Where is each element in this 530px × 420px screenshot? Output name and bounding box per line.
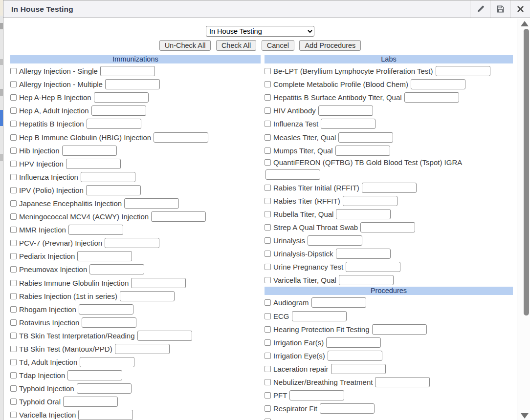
- item-value-input[interactable]: [338, 132, 393, 143]
- item-checkbox[interactable]: [10, 227, 17, 233]
- item-checkbox[interactable]: [10, 359, 17, 365]
- item-checkbox[interactable]: [265, 198, 271, 204]
- item-checkbox[interactable]: [10, 200, 17, 207]
- item-checkbox[interactable]: [265, 379, 271, 385]
- item-checkbox[interactable]: [10, 174, 17, 180]
- item-checkbox[interactable]: [265, 339, 271, 346]
- item-checkbox[interactable]: [10, 147, 17, 154]
- add-procedures-button[interactable]: Add Procedures: [299, 40, 361, 51]
- item-checkbox[interactable]: [265, 81, 271, 87]
- item-checkbox[interactable]: [265, 277, 271, 283]
- item-value-input[interactable]: [66, 159, 121, 169]
- item-checkbox[interactable]: [10, 306, 17, 313]
- item-value-input[interactable]: [105, 79, 160, 89]
- item-checkbox[interactable]: [10, 240, 17, 246]
- item-checkbox[interactable]: [10, 280, 17, 286]
- item-value-input[interactable]: [320, 403, 375, 414]
- item-value-input[interactable]: [318, 105, 373, 116]
- item-checkbox[interactable]: [10, 293, 17, 299]
- item-value-input[interactable]: [292, 311, 347, 321]
- item-value-input[interactable]: [362, 183, 417, 193]
- item-checkbox[interactable]: [10, 121, 17, 127]
- item-checkbox[interactable]: [10, 94, 17, 101]
- item-checkbox[interactable]: [10, 107, 17, 114]
- item-checkbox[interactable]: [10, 253, 17, 259]
- item-checkbox[interactable]: [265, 237, 271, 244]
- item-value-input[interactable]: [436, 66, 490, 76]
- item-checkbox[interactable]: [265, 405, 271, 412]
- item-value-input[interactable]: [120, 291, 175, 301]
- item-checkbox[interactable]: [10, 346, 17, 352]
- item-value-input[interactable]: [336, 249, 391, 259]
- item-value-input[interactable]: [100, 66, 155, 76]
- item-value-input[interactable]: [115, 344, 170, 354]
- item-checkbox[interactable]: [265, 107, 271, 114]
- uncheck-all-button[interactable]: Un-Check All: [159, 40, 211, 51]
- item-checkbox[interactable]: [10, 333, 17, 339]
- item-value-input[interactable]: [346, 262, 400, 272]
- item-value-input[interactable]: [154, 132, 208, 143]
- item-checkbox[interactable]: [10, 319, 17, 326]
- test-group-select[interactable]: In House Testing: [206, 26, 314, 37]
- item-value-input[interactable]: [67, 370, 122, 380]
- item-value-input[interactable]: [321, 119, 375, 129]
- item-checkbox[interactable]: [265, 392, 271, 399]
- save-button[interactable]: [490, 0, 510, 18]
- item-checkbox[interactable]: [265, 68, 271, 74]
- item-checkbox[interactable]: [10, 213, 17, 220]
- item-checkbox[interactable]: [265, 264, 271, 270]
- item-value-input[interactable]: [328, 351, 382, 361]
- check-all-button[interactable]: Check All: [216, 40, 256, 51]
- item-value-input[interactable]: [77, 251, 132, 261]
- item-checkbox[interactable]: [10, 187, 17, 193]
- item-checkbox[interactable]: [10, 399, 17, 405]
- item-checkbox[interactable]: [265, 299, 271, 306]
- item-value-input[interactable]: [68, 225, 123, 235]
- item-checkbox[interactable]: [10, 266, 17, 273]
- item-value-input[interactable]: [265, 169, 320, 180]
- item-value-input[interactable]: [331, 364, 386, 374]
- item-checkbox[interactable]: [10, 372, 17, 378]
- item-value-input[interactable]: [339, 275, 394, 285]
- edit-button[interactable]: [470, 0, 490, 18]
- item-value-input[interactable]: [62, 146, 117, 156]
- close-button[interactable]: [510, 0, 530, 18]
- item-value-input[interactable]: [81, 172, 135, 182]
- item-value-input[interactable]: [308, 235, 362, 246]
- scroll-up-arrow[interactable]: [521, 21, 529, 26]
- scrollbar-thumb[interactable]: [524, 29, 529, 315]
- item-checkbox[interactable]: [265, 224, 271, 231]
- item-checkbox[interactable]: [265, 326, 271, 333]
- item-checkbox[interactable]: [265, 121, 271, 127]
- item-checkbox[interactable]: [10, 161, 17, 167]
- item-checkbox[interactable]: [265, 353, 271, 359]
- item-checkbox[interactable]: [265, 251, 271, 257]
- item-value-input[interactable]: [311, 297, 366, 308]
- item-value-input[interactable]: [372, 324, 427, 335]
- item-value-input[interactable]: [94, 92, 149, 103]
- item-value-input[interactable]: [151, 211, 206, 222]
- item-checkbox[interactable]: [265, 211, 271, 217]
- item-value-input[interactable]: [375, 377, 430, 387]
- scroll-down-arrow[interactable]: [521, 413, 529, 419]
- item-value-input[interactable]: [105, 238, 159, 248]
- item-value-input[interactable]: [360, 222, 415, 232]
- cancel-button[interactable]: Cancel: [262, 40, 294, 51]
- item-value-input[interactable]: [82, 317, 136, 328]
- item-value-input[interactable]: [343, 196, 398, 206]
- item-value-input[interactable]: [78, 410, 133, 420]
- item-value-input[interactable]: [137, 331, 192, 341]
- item-value-input[interactable]: [289, 390, 344, 400]
- item-value-input[interactable]: [63, 397, 118, 407]
- item-checkbox[interactable]: [265, 134, 271, 141]
- item-checkbox[interactable]: [265, 313, 271, 319]
- item-checkbox[interactable]: [10, 385, 17, 392]
- item-checkbox[interactable]: [10, 68, 17, 74]
- item-value-input[interactable]: [404, 92, 459, 103]
- item-checkbox[interactable]: [10, 134, 17, 141]
- item-value-input[interactable]: [411, 79, 465, 89]
- item-checkbox[interactable]: [10, 412, 17, 418]
- item-value-input[interactable]: [79, 304, 133, 315]
- item-checkbox[interactable]: [265, 366, 271, 372]
- item-checkbox[interactable]: [265, 147, 271, 154]
